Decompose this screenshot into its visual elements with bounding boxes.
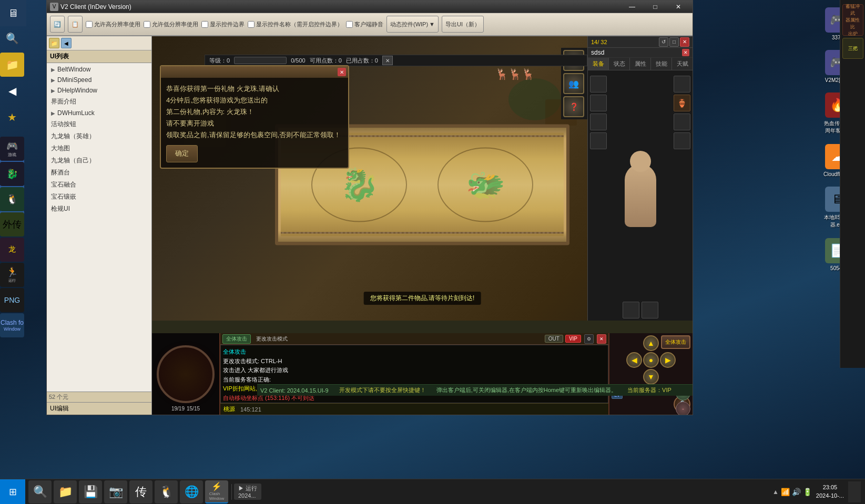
folder-open-btn[interactable]: 📁 bbox=[49, 38, 59, 48]
left-icon-star[interactable]: ★ bbox=[0, 105, 24, 129]
left-app-run[interactable]: 🏃 运行 bbox=[0, 263, 24, 287]
ui-list-item-sukejiu[interactable]: 酥酒台 bbox=[47, 167, 151, 179]
chat-settings-btn[interactable]: ⚙ bbox=[584, 334, 594, 344]
speed-down-btn[interactable]: - bbox=[676, 402, 690, 415]
left-app-dragon[interactable]: 🐉 bbox=[0, 162, 24, 186]
game-bottom-left: 19/19 15/15 bbox=[152, 333, 220, 415]
action-btn2[interactable]: 👥 bbox=[563, 73, 584, 94]
equip-slot[interactable] bbox=[674, 114, 690, 130]
all-attack-btn[interactable]: 全体攻击 bbox=[661, 335, 690, 349]
equip-slot-item[interactable]: 🏺 bbox=[674, 95, 690, 111]
right-panel-btn2[interactable]: 三把 bbox=[842, 38, 863, 59]
left-app-qq[interactable]: 🐧 bbox=[0, 187, 24, 211]
ctrlborder-checkbox[interactable] bbox=[201, 21, 208, 28]
left-icon-search[interactable]: 🔍 bbox=[0, 26, 24, 50]
action-btn3[interactable]: ❓ bbox=[563, 96, 584, 117]
move-up-btn[interactable]: ▲ bbox=[643, 335, 659, 351]
tray-volume[interactable]: 🔊 bbox=[792, 488, 801, 496]
tray-battery[interactable]: 🔋 bbox=[803, 488, 812, 496]
clock[interactable]: 23:05 2024-10-... bbox=[816, 484, 844, 500]
folder-btn2[interactable]: ◀ bbox=[61, 38, 72, 48]
start-button[interactable]: ⊞ bbox=[0, 479, 25, 504]
show-desktop-btn[interactable] bbox=[848, 481, 861, 502]
ctrlnames-checkbox[interactable] bbox=[248, 21, 255, 28]
ui-list-item-gem-fusion[interactable]: 宝石融合 bbox=[47, 179, 151, 191]
equip-slot[interactable] bbox=[623, 302, 639, 318]
toolbar-ctrlnames[interactable]: 显示控件名称（需开启控件边界） bbox=[248, 20, 343, 28]
char-tab-status[interactable]: 状态 bbox=[609, 58, 630, 70]
toolbar-highres[interactable]: 允许高分辨率使用 bbox=[86, 20, 140, 28]
ui-list-item-9dragon-hero[interactable]: 九龙轴（英雄） bbox=[47, 130, 151, 142]
ui-list-item-beltwindow[interactable]: ▶ BeltWindow bbox=[47, 64, 151, 75]
ui-list-item-gem-embed[interactable]: 宝石镶嵌 bbox=[47, 191, 151, 203]
taskbar-run[interactable]: ▶ 运行2024... bbox=[234, 484, 261, 500]
taskbar-search[interactable]: 🔍 bbox=[28, 480, 52, 503]
taskbar-scan[interactable]: 📷 bbox=[104, 480, 127, 503]
chat-header-skill[interactable]: 全体攻击 bbox=[222, 334, 251, 344]
chat-header-ctrl[interactable]: 更改攻击模式 bbox=[253, 335, 291, 343]
minimap-close-btn[interactable]: ✕ bbox=[680, 37, 689, 47]
toolbar-dynamicctrl[interactable]: 动态控件(WIP) ▼ bbox=[386, 16, 439, 33]
toolbar-lowpri[interactable]: 允许低分辨率使用 bbox=[144, 20, 198, 28]
equip-slot[interactable] bbox=[590, 132, 607, 149]
move-right-btn[interactable]: ▶ bbox=[660, 352, 676, 368]
toolbar-ctrlborder[interactable]: 显示控件边界 bbox=[201, 20, 245, 28]
equip-slot[interactable] bbox=[674, 76, 690, 92]
dialog-close-btn[interactable]: ✕ bbox=[338, 68, 346, 76]
left-app-img[interactable]: PNG bbox=[0, 288, 24, 312]
char-tab-skill[interactable]: 技能 bbox=[651, 58, 672, 70]
left-app-ext1[interactable]: 外传 bbox=[0, 212, 24, 236]
right-panel-battle[interactable]: 蓄猛冲武器属性比出炉 bbox=[842, 4, 863, 36]
toolbar-icon2[interactable]: 📋 bbox=[68, 16, 83, 33]
equip-slot[interactable] bbox=[642, 302, 658, 318]
taskbar-clash[interactable]: ⚡ ClashWindow bbox=[205, 480, 228, 503]
minimap-btn1[interactable]: ↺ bbox=[659, 37, 668, 47]
vip-badge[interactable]: VIP bbox=[565, 335, 581, 343]
taskbar-file[interactable]: 📁 bbox=[54, 480, 77, 503]
toolbar-clientsilent[interactable]: 客户端静音 bbox=[346, 20, 383, 28]
ui-list-item-9dragon-self[interactable]: 九龙轴（自己） bbox=[47, 155, 151, 167]
minimap-btn2[interactable]: □ bbox=[669, 37, 679, 47]
left-icon-file[interactable]: 📁 bbox=[0, 53, 24, 77]
skill-close-btn[interactable]: ✕ bbox=[382, 56, 393, 65]
lowpri-checkbox[interactable] bbox=[144, 21, 150, 28]
toolbar-exportui[interactable]: 导出UI（新） bbox=[442, 16, 484, 33]
char-panel-close-btn[interactable]: ✕ bbox=[682, 49, 689, 56]
taskbar-qq[interactable]: 🐧 bbox=[155, 480, 178, 503]
equip-slot[interactable] bbox=[590, 95, 607, 111]
char-tab-equip[interactable]: 装备 bbox=[588, 58, 609, 70]
dialog-confirm-btn[interactable]: 确定 bbox=[166, 145, 198, 162]
highres-checkbox[interactable] bbox=[86, 21, 93, 28]
move-down-btn[interactable]: ▼ bbox=[643, 369, 659, 385]
taskbar-baidu[interactable]: 💾 bbox=[79, 480, 102, 503]
move-center-btn[interactable]: ● bbox=[643, 352, 659, 368]
equip-slot[interactable] bbox=[590, 76, 607, 92]
left-app-ext2[interactable]: 龙 bbox=[0, 238, 24, 262]
equip-slot[interactable] bbox=[590, 114, 607, 130]
left-icon-nav[interactable]: ◀ bbox=[0, 79, 24, 103]
chat-close-btn[interactable]: ✕ bbox=[597, 334, 606, 344]
move-left-btn[interactable]: ◀ bbox=[626, 352, 642, 368]
tray-up-icon[interactable]: ▲ bbox=[772, 488, 779, 496]
char-tab-talent[interactable]: 天赋 bbox=[672, 58, 693, 70]
tray-network[interactable]: 📶 bbox=[781, 488, 790, 496]
equip-slot[interactable] bbox=[674, 132, 690, 149]
ui-list-item-dwh[interactable]: ▶ DWHumLuck bbox=[47, 108, 151, 118]
chat-header-out[interactable]: OUT bbox=[545, 335, 563, 343]
minimize-button[interactable]: — bbox=[621, 2, 643, 12]
clientsilent-checkbox[interactable] bbox=[346, 21, 353, 28]
ui-list-item-activity[interactable]: 活动按钮 bbox=[47, 118, 151, 130]
maximize-button[interactable]: □ bbox=[644, 2, 666, 12]
ui-list-item-dhelp[interactable]: ▶ DHelpWindow bbox=[47, 85, 151, 96]
toolbar-icon1[interactable]: 🔄 bbox=[50, 16, 65, 33]
left-app-game[interactable]: 🎮 游戏 bbox=[0, 137, 24, 161]
close-button[interactable]: ✕ bbox=[667, 2, 689, 12]
char-tab-attr[interactable]: 属性 bbox=[630, 58, 651, 70]
ui-list-item-dmini[interactable]: ▶ DMiniSpeed bbox=[47, 75, 151, 85]
left-app-clash[interactable]: Clash fo Window bbox=[0, 313, 24, 337]
taskbar-web[interactable]: 🌐 bbox=[180, 480, 203, 503]
ui-list-item-gun-ui[interactable]: 枪规UI bbox=[47, 203, 151, 215]
ui-list-item-intro[interactable]: 界面介绍 bbox=[47, 96, 151, 108]
taskbar-legend[interactable]: 传 bbox=[129, 480, 152, 503]
ui-list-item-bigmap[interactable]: 大地图 bbox=[47, 142, 151, 155]
